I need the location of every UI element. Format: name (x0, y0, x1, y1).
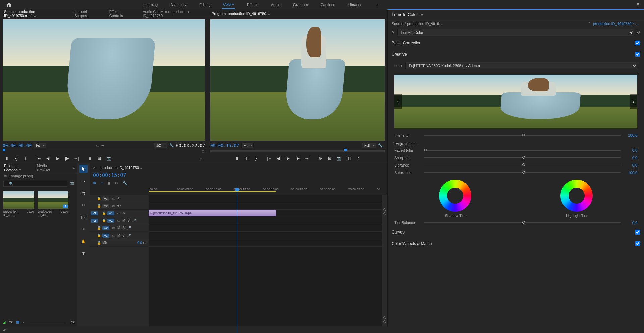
lumetri-source-crumb[interactable]: Source * production ID_4919… (392, 22, 586, 26)
program-step-forward-button[interactable]: |▶ (294, 155, 301, 162)
media-browser-tab[interactable]: Media Browser (35, 162, 57, 173)
timeline-wrench-icon[interactable]: 🔧 (123, 181, 127, 185)
look-dropdown[interactable]: Fuji ETERNA 250D Kodak 2395 (by Adobe) (405, 62, 637, 69)
track-visibility-icon[interactable]: 👁 (117, 197, 121, 200)
effect-controls-tab[interactable]: Effect Controls (107, 8, 134, 19)
workspace-learning[interactable]: Learning (142, 1, 159, 9)
lumetri-effect-dropdown[interactable]: Lumetri Color (397, 29, 634, 36)
icon-view-icon[interactable]: ▦ (16, 320, 19, 324)
vibrance-value[interactable]: 0.0 (624, 163, 637, 167)
sort-icon[interactable]: ≡▾ (71, 320, 75, 324)
reset-icon[interactable]: ↺ (637, 30, 640, 35)
source-monitor[interactable] (3, 19, 205, 141)
program-monitor[interactable] (210, 19, 385, 141)
faded-film-slider[interactable] (424, 150, 621, 151)
comparison-view-button[interactable]: ◫ (345, 155, 352, 162)
program-tab[interactable]: Program: production ID_4919750≡ (210, 10, 272, 17)
v-scroll-handle[interactable] (383, 212, 386, 215)
workspace-graphics[interactable]: Graphics (292, 1, 309, 9)
basic-correction-toggle[interactable] (635, 41, 640, 45)
sharpen-slider[interactable] (424, 157, 621, 158)
curves-section[interactable]: Curves (388, 226, 644, 238)
timeline-tracks[interactable]: fx production ID_4919750.mp4 (149, 195, 382, 326)
mark-out-button[interactable]: } (22, 155, 29, 162)
look-next-button[interactable]: › (630, 94, 637, 109)
program-quality-dropdown[interactable]: Full (362, 143, 376, 148)
program-go-to-out-button[interactable]: →| (304, 155, 310, 162)
add-marker-button[interactable]: ▮ (3, 155, 10, 162)
intensity-value[interactable]: 100.0 (624, 133, 637, 137)
source-timecode-in[interactable]: 00:00:00:00 (3, 143, 32, 148)
workspace-assembly[interactable]: Assembly (169, 1, 188, 9)
faded-film-value[interactable]: 0.0 (624, 148, 637, 152)
source-scrub-bar[interactable] (3, 149, 205, 154)
go-to-in-button[interactable]: |← (36, 155, 42, 162)
extract-button[interactable]: ⊟ (326, 155, 333, 162)
workspace-overflow-icon[interactable]: » (376, 2, 379, 7)
program-mark-in-button[interactable]: { (243, 155, 250, 162)
audio-clip-mixer-tab[interactable]: Audio Clip Mixer: production ID_4919750 (141, 8, 208, 19)
highlight-tint-wheel[interactable] (560, 180, 593, 212)
project-thumb[interactable]: ■ production ID_49…22:07 (38, 191, 68, 217)
color-wheels-match-toggle[interactable] (635, 241, 640, 246)
color-wheels-match-section[interactable]: Color Wheels & Match (388, 238, 644, 249)
project-thumb[interactable]: production ID_49…22:07 (3, 191, 34, 217)
lumetri-clip-crumb[interactable]: production ID_4919750 * p… (593, 22, 640, 26)
new-bin-from-search-icon[interactable]: 📷 (69, 181, 74, 187)
sharpen-value[interactable]: 0.0 (624, 156, 637, 160)
timeline-settings-icon[interactable]: ⚙ (115, 181, 118, 185)
program-fit-dropdown[interactable]: Fit (241, 143, 254, 148)
saturation-value[interactable]: 100.0 (624, 171, 637, 175)
program-mark-out-button[interactable]: } (253, 155, 259, 162)
insert-button[interactable]: ⊕ (87, 155, 93, 162)
lift-button[interactable]: ⊖ (317, 155, 324, 162)
timeline-playhead-time[interactable]: 00:00:15:07 (90, 172, 387, 180)
zoom-slider[interactable] (30, 322, 65, 322)
snap-icon[interactable]: ❄ (93, 181, 96, 185)
intensity-slider[interactable] (424, 135, 621, 136)
a-scroll-handle[interactable] (383, 316, 386, 319)
chevron-down-icon[interactable]: ˅ (588, 21, 590, 26)
saturation-slider[interactable] (424, 172, 621, 173)
linked-selection-icon[interactable]: ∩ (101, 181, 103, 185)
export-frame-button[interactable]: 📷 (105, 155, 112, 162)
share-icon[interactable]: ⇪ (636, 2, 640, 7)
step-forward-button[interactable]: |▶ (64, 155, 70, 162)
program-go-to-in-button[interactable]: |← (266, 155, 273, 162)
sync-icon[interactable]: ⟳ (3, 328, 6, 332)
overwrite-button[interactable]: ⊟ (96, 155, 103, 162)
selection-tool[interactable] (79, 165, 88, 173)
creative-toggle[interactable] (635, 52, 640, 57)
workspace-libraries[interactable]: Libraries (346, 1, 363, 9)
program-play-button[interactable]: ▶ (285, 155, 291, 162)
ripple-edit-tool[interactable]: ⇆ (79, 189, 88, 197)
button-editor-plus[interactable]: + (198, 155, 204, 162)
workspace-effects[interactable]: Effects (246, 1, 259, 9)
basic-correction-section[interactable]: Basic Correction (388, 37, 644, 49)
source-fit-dropdown[interactable]: Fit (34, 143, 46, 148)
project-tab[interactable]: Project: Footage≡ (2, 162, 28, 173)
tint-balance-slider[interactable] (424, 222, 621, 223)
program-button-editor[interactable]: ↗ (355, 155, 361, 162)
program-add-marker-button[interactable]: ▮ (234, 155, 240, 162)
add-marker-icon[interactable]: ▮ (108, 181, 110, 185)
program-export-frame-button[interactable]: 📷 (336, 155, 342, 162)
workspace-audio[interactable]: Audio (270, 1, 282, 9)
write-indicator-icon[interactable]: ◢ (3, 320, 5, 324)
project-search-input[interactable] (3, 181, 67, 187)
wrench-icon[interactable]: 🔧 (169, 143, 174, 148)
vibrance-slider[interactable] (424, 165, 621, 165)
slip-tool[interactable]: |↔| (79, 213, 88, 221)
timeline-clip[interactable]: fx production ID_4919750.mp4 (149, 210, 276, 216)
mark-next-icon[interactable]: ⇥ (101, 143, 104, 148)
source-tab[interactable]: Source: production ID_4919750.mp4≡ (2, 8, 66, 19)
track-select-tool[interactable]: ⇥ (79, 177, 88, 185)
type-tool[interactable]: T (79, 249, 88, 257)
source-patch-v1[interactable]: V1 (91, 211, 98, 215)
track-target-a1[interactable]: A1 (107, 219, 114, 223)
mark-list-icon[interactable]: ▭ (96, 143, 99, 148)
track-output-icon[interactable]: ▭ (112, 197, 115, 200)
shadow-tint-wheel[interactable] (439, 180, 471, 212)
program-timecode-in[interactable]: 00:00:15:07 (210, 143, 239, 148)
v-zoom-out[interactable] (383, 208, 386, 211)
